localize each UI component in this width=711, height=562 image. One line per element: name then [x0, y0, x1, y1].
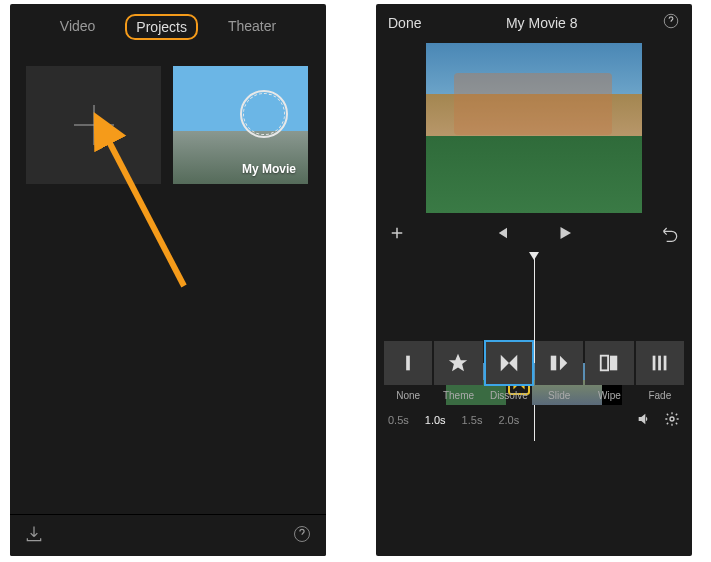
duration-row: 0.5s 1.0s 1.5s 2.0s — [388, 411, 680, 429]
transition-labels: None Theme Dissolve Slide Wipe Fade — [384, 390, 684, 401]
label-fade: Fade — [636, 390, 684, 401]
timeline-controls — [376, 217, 692, 253]
editor-screen: Done My Movie 8 — [376, 4, 692, 556]
svg-point-9 — [670, 417, 674, 421]
timeline[interactable]: None Theme Dissolve Slide Wipe Fade 0.5s… — [376, 253, 692, 441]
svg-rect-6 — [652, 356, 655, 371]
svg-rect-3 — [551, 356, 557, 371]
transition-wipe[interactable] — [585, 341, 633, 385]
done-button[interactable]: Done — [388, 15, 421, 31]
svg-rect-7 — [658, 356, 661, 371]
svg-rect-5 — [610, 356, 617, 371]
transition-slide[interactable] — [535, 341, 583, 385]
bottom-toolbar — [10, 514, 326, 556]
label-none: None — [384, 390, 432, 401]
plus-icon — [74, 105, 114, 145]
play-button[interactable] — [556, 224, 574, 246]
duration-2.0s[interactable]: 2.0s — [498, 414, 519, 426]
library-tabs: Video Projects Theater — [10, 4, 326, 48]
label-slide: Slide — [535, 390, 583, 401]
duration-1.5s[interactable]: 1.5s — [462, 414, 483, 426]
ferris-wheel-graphic — [240, 90, 288, 138]
duration-1.0s[interactable]: 1.0s — [425, 414, 446, 426]
svg-rect-4 — [601, 356, 608, 371]
project-thumbnail[interactable]: My Movie — [173, 66, 308, 184]
editor-title: My Movie 8 — [506, 15, 578, 31]
new-project-button[interactable] — [26, 66, 161, 184]
projects-grid: My Movie — [10, 48, 326, 202]
label-dissolve: Dissolve — [485, 390, 533, 401]
project-label: My Movie — [242, 162, 296, 176]
download-icon[interactable] — [24, 524, 44, 548]
preview-frame-content — [454, 73, 612, 135]
undo-button[interactable] — [660, 223, 680, 247]
video-preview[interactable] — [426, 43, 642, 213]
transition-fade[interactable] — [636, 341, 684, 385]
svg-rect-2 — [406, 356, 410, 371]
tab-projects[interactable]: Projects — [125, 14, 198, 40]
tab-video[interactable]: Video — [50, 14, 106, 40]
tab-theater[interactable]: Theater — [218, 14, 286, 40]
skip-back-button[interactable] — [492, 224, 510, 246]
volume-icon[interactable] — [636, 411, 652, 429]
settings-icon[interactable] — [664, 411, 680, 429]
transition-none[interactable] — [384, 341, 432, 385]
svg-rect-8 — [663, 356, 666, 371]
transition-dissolve[interactable] — [485, 341, 533, 385]
editor-header: Done My Movie 8 — [376, 4, 692, 41]
label-wipe: Wipe — [585, 390, 633, 401]
help-icon[interactable] — [292, 524, 312, 548]
transition-theme[interactable] — [434, 341, 482, 385]
add-media-button[interactable] — [388, 224, 406, 246]
transition-picker — [384, 341, 684, 385]
projects-screen: Video Projects Theater My Movie — [10, 4, 326, 556]
help-icon[interactable] — [662, 12, 680, 33]
duration-0.5s[interactable]: 0.5s — [388, 414, 409, 426]
label-theme: Theme — [434, 390, 482, 401]
